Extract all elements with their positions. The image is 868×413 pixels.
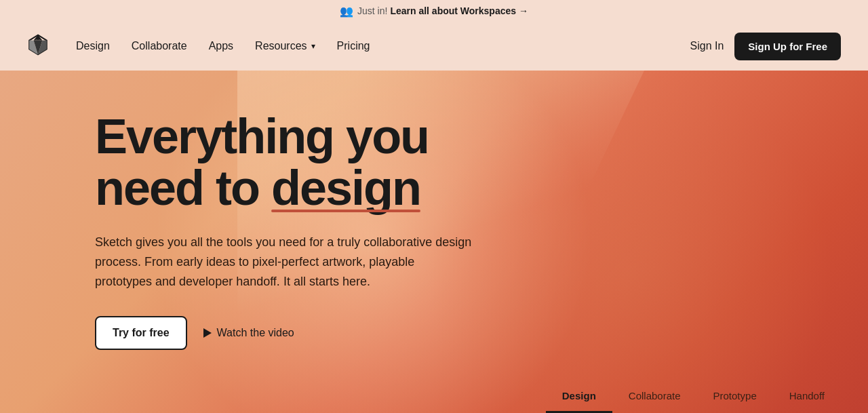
tab-collaborate[interactable]: Collaborate	[612, 383, 697, 413]
navigation: Design Collaborate Apps Resources ▾ Pric…	[0, 22, 868, 71]
chevron-down-icon: ▾	[311, 41, 315, 51]
sign-up-button[interactable]: Sign Up for Free	[734, 33, 841, 60]
logo[interactable]	[27, 34, 49, 58]
hero-section: Everything you need to design Sketch giv…	[0, 71, 868, 413]
play-icon	[203, 328, 212, 338]
nav-collaborate[interactable]: Collaborate	[132, 40, 187, 52]
hero-title-highlight: design	[271, 163, 420, 214]
just-in-label: Just in!	[357, 5, 387, 16]
tab-prototype[interactable]: Prototype	[697, 383, 773, 413]
tab-handoff[interactable]: Handoff	[773, 383, 841, 413]
hero-content: Everything you need to design Sketch giv…	[0, 71, 475, 350]
nav-actions: Sign In Sign Up for Free	[690, 33, 842, 60]
bottom-tabs: Design Collaborate Prototype Handoff	[546, 383, 841, 413]
workspace-icon: 👥	[340, 5, 353, 18]
nav-pricing[interactable]: Pricing	[337, 40, 370, 52]
nav-resources[interactable]: Resources ▾	[255, 40, 315, 52]
nav-links: Design Collaborate Apps Resources ▾ Pric…	[76, 40, 690, 52]
sign-in-button[interactable]: Sign In	[690, 40, 724, 52]
announcement-bar: 👥 Just in! Learn all about Workspaces →	[0, 0, 868, 22]
nav-design[interactable]: Design	[76, 40, 110, 52]
try-for-free-button[interactable]: Try for free	[95, 316, 187, 350]
learn-workspaces-link[interactable]: Learn all about Workspaces →	[390, 5, 528, 16]
nav-apps[interactable]: Apps	[209, 40, 233, 52]
tab-design[interactable]: Design	[546, 383, 612, 413]
logo-icon	[27, 34, 49, 56]
hero-description: Sketch gives you all the tools you need …	[95, 233, 475, 291]
hero-title: Everything you need to design	[95, 111, 475, 214]
watch-video-button[interactable]: Watch the video	[203, 327, 294, 339]
hero-actions: Try for free Watch the video	[95, 316, 475, 350]
